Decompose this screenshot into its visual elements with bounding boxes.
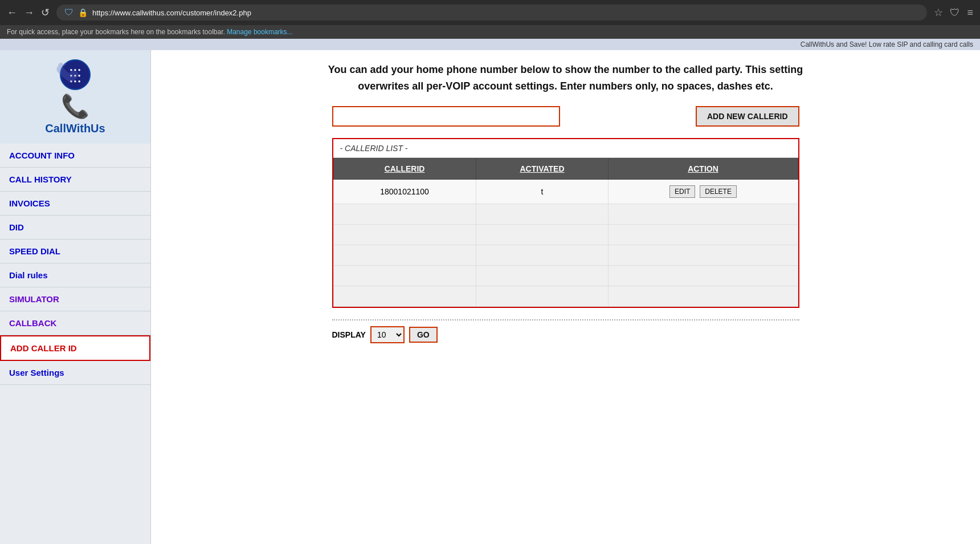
display-select[interactable]: 10 25 50 100 (370, 326, 405, 343)
main-content: You can add your home phone number below… (151, 50, 980, 544)
table-row-empty-5 (333, 286, 798, 306)
top-info-bar: CallWithUs and Save! Low rate SIP and ca… (0, 39, 980, 50)
address-bar[interactable]: 🛡 🔒 https://www.callwithus.com/customer/… (56, 5, 927, 21)
table-row-empty-2 (333, 224, 798, 245)
add-btn-wrap: ADD NEW CALLERID (571, 106, 799, 127)
logo-area: ● ● ● ● ● ● ● ● ● 📞 CallWithUs (0, 50, 150, 144)
sidebar: ● ● ● ● ● ● ● ● ● 📞 CallWithUs ACCOUNT I… (0, 50, 151, 544)
sidebar-item-speed-dial[interactable]: SPEED DIAL (0, 239, 150, 263)
phone-logo-icon: ● ● ● ● ● ● ● ● ● (52, 59, 98, 93)
bookmark-star-icon[interactable]: ☆ (934, 6, 943, 19)
add-new-callerid-button[interactable]: ADD NEW CALLERID (696, 106, 799, 127)
sidebar-item-did[interactable]: DID (0, 216, 150, 239)
add-callerid-form: ADD NEW CALLERID (332, 106, 799, 127)
delete-button[interactable]: DELETE (700, 185, 737, 198)
phone-unicode-icon: 📞 (61, 93, 89, 120)
display-label: DISPLAY (332, 330, 366, 339)
go-button[interactable]: GO (409, 327, 438, 343)
top-info-text: CallWithUs and Save! Low rate SIP and ca… (801, 40, 973, 48)
forward-button[interactable]: → (24, 7, 34, 19)
callerid-list-box: - CALLERID LIST - CALLERID ACTIVATED ACT… (332, 138, 799, 308)
sidebar-item-call-history[interactable]: CALL HISTORY (0, 168, 150, 192)
callerid-value: 18001021100 (333, 179, 476, 204)
sidebar-item-user-settings[interactable]: User Settings (0, 361, 150, 385)
shield-icon: 🛡 (64, 7, 74, 18)
url-text: https://www.callwithus.com/customer/inde… (92, 9, 251, 17)
col-header-action: ACTION (609, 158, 798, 179)
browser-menu-icon[interactable]: ≡ (967, 7, 973, 19)
table-row-empty-1 (333, 204, 798, 224)
manage-bookmarks-link[interactable]: Manage bookmarks... (227, 28, 292, 36)
page-wrapper: ● ● ● ● ● ● ● ● ● 📞 CallWithUs ACCOUNT I… (0, 50, 980, 544)
bookmarks-text: For quick access, place your bookmarks h… (7, 28, 225, 36)
sidebar-item-simulator[interactable]: SIMULATOR (0, 287, 150, 311)
col-header-callerid[interactable]: CALLERID (333, 158, 476, 179)
sidebar-item-add-caller-id[interactable]: ADD CALLER ID (0, 335, 150, 361)
description-text: You can add your home phone number below… (309, 62, 822, 95)
add-input-wrap (332, 106, 560, 127)
sidebar-item-callback[interactable]: CALLBACK (0, 311, 150, 335)
sidebar-item-account-info[interactable]: ACCOUNT INFO (0, 144, 150, 168)
table-row-empty-3 (333, 245, 798, 265)
callerid-list-title: - CALLERID LIST - (333, 139, 798, 158)
logo: ● ● ● ● ● ● ● ● ● 📞 CallWithUs (45, 59, 105, 135)
reload-button[interactable]: ↺ (41, 6, 50, 19)
back-button[interactable]: ← (7, 7, 17, 19)
bookmarks-bar: For quick access, place your bookmarks h… (0, 25, 980, 39)
action-cell: EDIT DELETE (609, 179, 798, 204)
sidebar-item-invoices[interactable]: INVOICES (0, 192, 150, 216)
table-row: 18001021100 t EDIT DELETE (333, 179, 798, 204)
browser-chrome: ← → ↺ 🛡 🔒 https://www.callwithus.com/cus… (0, 0, 980, 25)
shield-browser-icon: 🛡 (950, 7, 960, 19)
edit-button[interactable]: EDIT (669, 185, 695, 198)
callerid-input[interactable] (332, 106, 560, 127)
display-controls: DISPLAY 10 25 50 100 GO (332, 319, 799, 343)
lock-icon: 🔒 (78, 8, 88, 17)
sidebar-item-dial-rules[interactable]: Dial rules (0, 263, 150, 287)
logo-text: CallWithUs (45, 122, 105, 135)
activated-value: t (476, 179, 609, 204)
table-row-empty-4 (333, 265, 798, 286)
callerid-table: CALLERID ACTIVATED ACTION 18001021100 t … (333, 158, 798, 307)
col-header-activated[interactable]: ACTIVATED (476, 158, 609, 179)
